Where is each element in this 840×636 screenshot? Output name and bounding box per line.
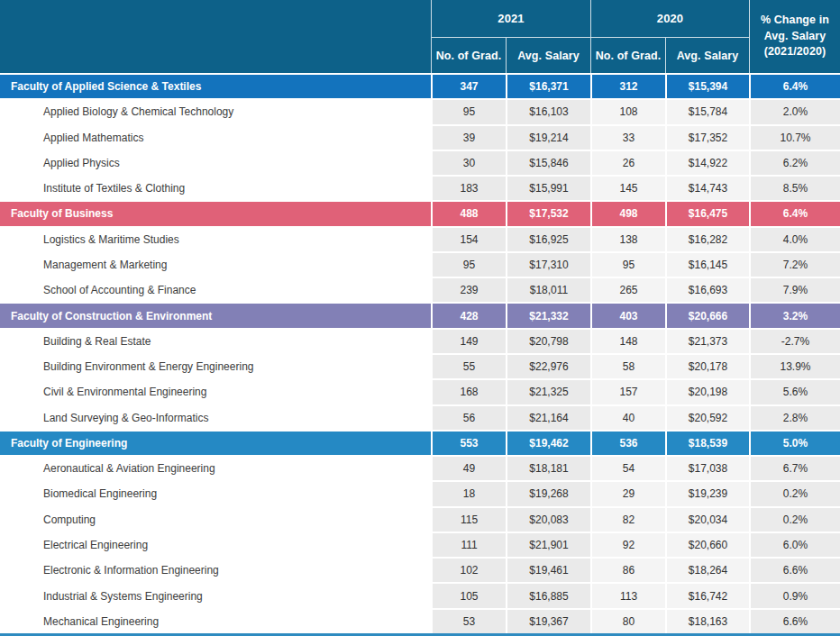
grad-2020: 82: [590, 508, 665, 532]
row-name: Applied Physics: [0, 151, 431, 175]
grad-2020: 145: [590, 177, 665, 200]
pct-change: 13.9%: [749, 355, 840, 378]
dept-row: Industrial & Systems Engineering 105 $16…: [0, 582, 840, 607]
dept-row: Building & Real Estate 149 $20,798 148 $…: [0, 328, 840, 353]
table-body: Faculty of Applied Science & Textiles 34…: [0, 73, 840, 633]
row-name: Aeronautical & Aviation Engineering: [0, 457, 431, 480]
salary-2021: $19,461: [506, 559, 590, 582]
salary-2021: $16,885: [506, 584, 590, 607]
dept-row: Aeronautical & Aviation Engineering 49 $…: [0, 455, 840, 480]
salary-2020: $18,539: [665, 432, 749, 455]
row-name: School of Accounting & Finance: [0, 278, 431, 302]
header-col-grad-2020: No. of Grad.: [590, 38, 665, 73]
grad-2020: 265: [590, 278, 665, 302]
grad-2020: 26: [590, 151, 665, 175]
salary-2020: $20,660: [665, 533, 749, 557]
pct-change: 6.0%: [749, 533, 840, 557]
grad-2020: 95: [590, 253, 665, 277]
row-name: Building Environment & Energy Engineerin…: [0, 355, 431, 378]
row-name: Building & Real Estate: [0, 330, 431, 353]
salary-2021: $21,901: [506, 533, 590, 557]
salary-2020: $21,373: [665, 330, 749, 353]
pct-change: 6.7%: [749, 457, 840, 480]
pct-change: 3.2%: [749, 304, 840, 327]
faculty-row-engineering: Faculty of Engineering 553 $19,462 536 $…: [0, 430, 840, 455]
pct-change: 10.7%: [749, 126, 840, 150]
salary-2021: $16,103: [506, 100, 590, 123]
row-name: Applied Mathematics: [0, 126, 431, 150]
dept-row: Land Surveying & Geo-Informatics 56 $21,…: [0, 404, 840, 430]
dept-row: Logistics & Maritime Studies 154 $16,925…: [0, 226, 840, 251]
grad-2020: 536: [590, 432, 665, 455]
dept-row: Biomedical Engineering 18 $19,268 29 $19…: [0, 480, 840, 505]
row-name: Faculty of Business: [0, 202, 431, 225]
grad-2021: 239: [431, 278, 506, 302]
row-name: Computing: [0, 508, 431, 532]
pct-change: 5.6%: [749, 380, 840, 404]
row-name: Civil & Environmental Engineering: [0, 380, 431, 404]
row-name: Electronic & Information Engineering: [0, 559, 431, 582]
grad-2021: 115: [431, 508, 506, 532]
salary-2021: $17,532: [506, 202, 590, 225]
row-name: Institute of Textiles & Clothing: [0, 177, 431, 200]
grad-2020: 80: [590, 610, 665, 633]
grad-2021: 102: [431, 559, 506, 582]
salary-2020: $20,034: [665, 508, 749, 532]
grad-2021: 18: [431, 482, 506, 505]
grad-2020: 157: [590, 380, 665, 404]
salary-2020: $18,163: [665, 610, 749, 633]
salary-2021: $19,214: [506, 126, 590, 150]
salary-2021: $20,798: [506, 330, 590, 353]
salary-2020: $14,743: [665, 177, 749, 200]
dept-row: Institute of Textiles & Clothing 183 $15…: [0, 175, 840, 200]
salary-2021: $19,367: [506, 610, 590, 633]
salary-2020: $14,922: [665, 151, 749, 175]
header-corner-cell: [0, 0, 431, 73]
row-name: Applied Biology & Chemical Technology: [0, 100, 431, 123]
grad-2020: 108: [590, 100, 665, 123]
grad-2020: 403: [590, 304, 665, 327]
row-name: Biomedical Engineering: [0, 482, 431, 505]
salary-2021: $16,925: [506, 228, 590, 251]
pct-change: 4.0%: [749, 228, 840, 251]
salary-2020: $20,666: [665, 304, 749, 327]
pct-change: 6.6%: [749, 559, 840, 582]
grad-2020: 58: [590, 355, 665, 378]
faculty-row-construction: Faculty of Construction & Environment 42…: [0, 302, 840, 327]
salary-2020: $17,352: [665, 126, 749, 150]
salary-2020: $16,693: [665, 278, 749, 302]
dept-row: Civil & Environmental Engineering 168 $2…: [0, 378, 840, 404]
salary-2021: $20,083: [506, 508, 590, 532]
pct-change: 8.5%: [749, 177, 840, 200]
salary-2021: $18,011: [506, 278, 590, 302]
dept-row: Computing 115 $20,083 82 $20,034 0.2%: [0, 506, 840, 532]
row-name: Land Surveying & Geo-Informatics: [0, 406, 431, 430]
grad-2021: 553: [431, 432, 506, 455]
salary-2021: $15,991: [506, 177, 590, 200]
salary-2020: $15,784: [665, 100, 749, 123]
pct-change: 6.4%: [749, 75, 840, 98]
row-name: Faculty of Applied Science & Textiles: [0, 75, 431, 98]
grad-2020: 29: [590, 482, 665, 505]
dept-row: Building Environment & Energy Engineerin…: [0, 353, 840, 378]
pct-change: 6.4%: [749, 202, 840, 225]
pct-change: 2.8%: [749, 406, 840, 430]
salary-2021: $15,846: [506, 151, 590, 175]
dept-row: Electrical Engineering 111 $21,901 92 $2…: [0, 532, 840, 557]
salary-2020: $20,592: [665, 406, 749, 430]
salary-2021: $19,268: [506, 482, 590, 505]
grad-2020: 113: [590, 584, 665, 607]
grad-2021: 30: [431, 151, 506, 175]
pct-change: -2.7%: [749, 330, 840, 353]
pct-change: 6.2%: [749, 151, 840, 175]
pct-change: 0.2%: [749, 508, 840, 532]
grad-2021: 428: [431, 304, 506, 327]
pct-change: 5.0%: [749, 432, 840, 455]
row-name: Faculty of Construction & Environment: [0, 304, 431, 327]
grad-2020: 312: [590, 75, 665, 98]
grad-2020: 138: [590, 228, 665, 251]
salary-2021: $19,462: [506, 432, 590, 455]
row-name: Faculty of Engineering: [0, 432, 431, 455]
salary-2020: $20,198: [665, 380, 749, 404]
dept-row: Management & Marketing 95 $17,310 95 $16…: [0, 251, 840, 277]
